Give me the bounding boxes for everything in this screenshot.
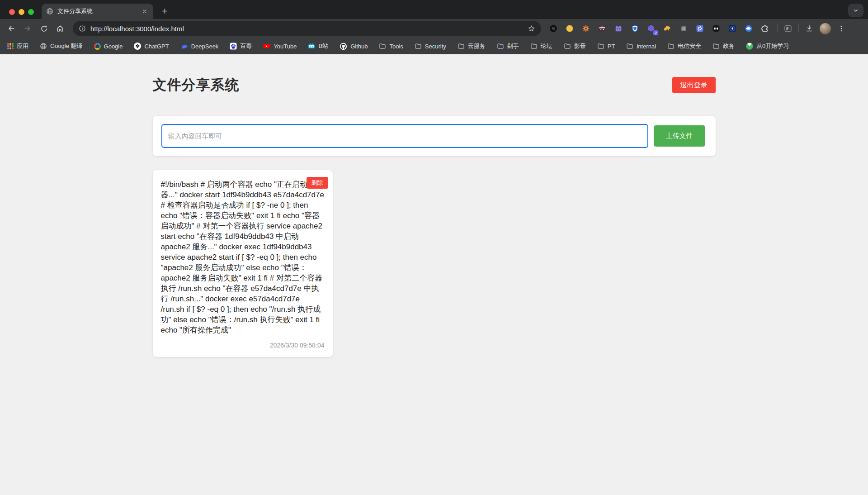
folder-icon	[626, 43, 633, 50]
bookmark-label: YouTube	[274, 43, 297, 50]
forward-icon[interactable]	[21, 22, 34, 35]
page-title: 文件分享系统	[153, 77, 240, 93]
back-icon[interactable]	[5, 22, 18, 35]
new-tab-button[interactable]	[158, 5, 171, 17]
extension-blue-bolt[interactable]	[726, 23, 738, 34]
tab-close-icon[interactable]	[141, 7, 149, 15]
bookmark-item[interactable]: 百毒	[230, 42, 252, 50]
bookmark-label: 云服务	[468, 42, 486, 50]
bookmark-label: internal	[637, 43, 656, 50]
bookmark-item[interactable]: Security	[415, 43, 446, 50]
profile-avatar[interactable]	[820, 23, 831, 34]
folder-icon	[497, 43, 504, 50]
extension-ninja-face[interactable]	[596, 23, 608, 34]
bookmark-item[interactable]: PT	[597, 43, 615, 50]
bookmark-item[interactable]: Google	[94, 43, 123, 50]
orange-gear-icon	[581, 24, 590, 33]
bookmark-item[interactable]: DeepSeek	[180, 43, 219, 50]
bookmark-label: Tools	[389, 43, 403, 50]
bookmark-item[interactable]: 电信安全	[667, 42, 701, 50]
bookmark-star-icon[interactable]	[527, 24, 536, 33]
folder-icon	[667, 43, 675, 50]
bookmark-label: Security	[425, 43, 446, 50]
delete-button[interactable]: 删除	[307, 177, 328, 189]
extension-panda-face[interactable]	[710, 23, 722, 34]
page-header: 文件分享系统 退出登录	[153, 77, 716, 93]
folder-icon	[530, 43, 538, 50]
extension-gray-box[interactable]	[678, 23, 689, 34]
toolbar-divider	[777, 24, 778, 33]
extension-dark-ring[interactable]	[547, 23, 559, 34]
extension-orange-gear[interactable]	[580, 23, 592, 34]
bookmark-item[interactable]: B站	[308, 42, 328, 50]
extension-yellow-coin[interactable]	[564, 23, 576, 34]
bookmark-item[interactable]: 影音	[564, 42, 586, 50]
minimize-window-button[interactable]	[19, 9, 24, 15]
site-info-icon[interactable]	[78, 24, 86, 33]
blue-sync-icon	[695, 24, 704, 33]
extension-puzzle[interactable]	[759, 23, 771, 34]
dark-ring-icon	[549, 24, 558, 33]
extension-purple-cube[interactable]: 2	[645, 23, 657, 34]
bookmark-item[interactable]: YouTube	[263, 43, 297, 50]
bookmark-item[interactable]: 剁手	[497, 42, 519, 50]
home-icon[interactable]	[53, 22, 67, 35]
toolbar-divider	[798, 24, 799, 33]
google-g-icon	[94, 43, 101, 50]
bookmark-item[interactable]: Github	[340, 43, 368, 50]
side-panel-icon[interactable]	[782, 23, 794, 34]
bookmark-label: PT	[608, 43, 615, 50]
file-content-text: #!/bin/bash # 启动两个容器 echo "正在启动容器..." do…	[161, 179, 325, 335]
bookmark-label: 百毒	[240, 42, 252, 50]
folder-icon	[712, 43, 720, 50]
downloads-icon[interactable]	[803, 23, 815, 34]
bookmark-item[interactable]: 应用	[7, 42, 28, 50]
window-controls	[9, 9, 34, 15]
bookmark-label: 论坛	[541, 42, 552, 50]
extension-yellow-tiger[interactable]	[661, 23, 673, 34]
bookmark-item[interactable]: 论坛	[530, 42, 552, 50]
bookmark-item[interactable]: Google 翻译	[40, 42, 83, 50]
bookmark-item[interactable]: 从0开始学习	[746, 42, 789, 50]
tab-search-button[interactable]	[848, 4, 863, 17]
globe-favicon-icon	[46, 8, 53, 15]
gray-box-icon	[679, 24, 688, 33]
bookmark-label: Github	[350, 43, 368, 50]
bookmark-item[interactable]: ✻ChatGPT	[134, 43, 169, 50]
bookmarks-bar: 应用Google 翻译Google✻ChatGPTDeepSeek百毒YouTu…	[0, 38, 868, 54]
close-window-button[interactable]	[9, 9, 15, 15]
file-card: 删除 #!/bin/bash # 启动两个容器 echo "正在启动容器..."…	[153, 170, 333, 357]
extensions-row: 2	[547, 23, 771, 34]
baidu-icon	[230, 43, 237, 50]
fullscreen-window-button[interactable]	[28, 9, 34, 15]
bookmark-item[interactable]: 云服务	[458, 42, 486, 50]
browser-tab[interactable]: 文件分享系统	[42, 4, 153, 19]
reload-icon[interactable]	[37, 22, 51, 35]
logout-button[interactable]: 退出登录	[672, 77, 716, 93]
extension-blue-sync[interactable]	[694, 23, 706, 34]
file-timestamp: 2026/3/30 09:58:04	[161, 335, 325, 349]
extension-blue-cloud[interactable]	[743, 23, 755, 34]
bookmark-item[interactable]: 政务	[712, 42, 735, 50]
upload-file-button[interactable]: 上传文件	[654, 125, 705, 147]
tab-strip: 文件分享系统	[0, 0, 868, 19]
purple-cat-icon	[614, 24, 623, 33]
bookmark-item[interactable]: internal	[626, 43, 656, 50]
folder-icon	[458, 43, 465, 50]
extension-blue-shield[interactable]	[629, 23, 641, 34]
address-bar[interactable]: http://localhost:3000/index.html	[73, 21, 541, 36]
bookmark-item[interactable]: Tools	[379, 43, 403, 50]
github-icon	[340, 43, 347, 50]
folder-icon	[564, 43, 571, 50]
bookmark-label: Google 翻译	[50, 42, 83, 50]
folder-icon	[597, 43, 604, 50]
browser-toolbar: http://localhost:3000/index.html 2	[0, 19, 868, 38]
content-input[interactable]	[161, 124, 648, 148]
yellow-tiger-icon	[663, 24, 672, 33]
bookmark-label: ChatGPT	[144, 43, 169, 50]
blue-shield-icon	[631, 24, 639, 33]
extension-purple-cat[interactable]	[613, 23, 624, 34]
browser-menu-icon[interactable]	[835, 23, 847, 34]
puzzle-icon	[760, 24, 769, 33]
folder-icon	[379, 43, 386, 50]
